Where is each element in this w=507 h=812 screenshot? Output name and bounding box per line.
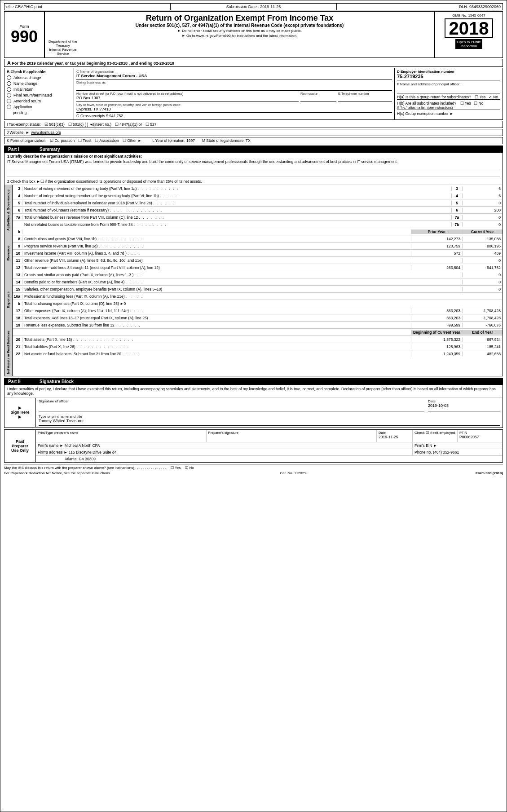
preparer-sidebar: Paid Preparer Use Only <box>4 430 36 462</box>
part1-line14: 14 Benefits paid to or for members (Part… <box>13 278 503 286</box>
officer-sig-row: Signature of officer Date 2019-10-03 <box>39 399 500 413</box>
expenses-content: 13 Grants and similar amounts paid (Part… <box>13 271 503 329</box>
preparer-row1: Print/Type preparer's name Preparer's si… <box>36 430 503 442</box>
check-amended-return: Amended return <box>7 99 71 103</box>
check-address-change: Address change <box>7 75 71 80</box>
sig-officer-label: Signature of officer <box>39 399 424 403</box>
part1-line7b: Net unrelated business taxable income fr… <box>13 221 503 228</box>
part1-line16a: 16a Professional fundraising fees (Part … <box>13 293 503 300</box>
website-row: J Website: ► www.itsmfusa.org <box>4 129 503 136</box>
city-row: City or town, state or province, country… <box>76 103 392 113</box>
preparer-row2: Firm's name ► Micheal A North CPA Firm's… <box>36 442 503 449</box>
activities-sidebar: Activities & Governance <box>4 185 13 235</box>
address-row: Number and street (or P.O. box if mail i… <box>76 92 392 102</box>
sig-date-value: 2019-10-03 <box>428 403 500 411</box>
form-990-page: efile GRAPHIC print Submission Date : 20… <box>0 0 507 812</box>
sig-name-row: Type or print name and title Tammy White… <box>39 415 500 426</box>
part1-line4: 4 Number of independent voting members o… <box>13 192 503 199</box>
part1-line1: 1 Briefly describe the organization's mi… <box>4 153 503 178</box>
city-value: Cypress, TX 77410 <box>76 107 392 113</box>
radio-amended-return[interactable] <box>7 99 11 103</box>
part1-line12: 12 Total revenue—add lines 8 through 11 … <box>13 264 503 271</box>
signature-fields: Signature of officer Date 2019-10-03 Typ… <box>36 398 503 427</box>
net-assets-header: Beginning of Current Year End of Year <box>13 329 503 336</box>
radio-final-return[interactable] <box>7 93 11 97</box>
radio-initial-return[interactable] <box>7 87 11 92</box>
expenses-sidebar: Expenses <box>4 271 13 329</box>
part1-line21: 21 Total liabilities (Part X, line 26) .… <box>13 343 503 350</box>
dln: DLN: 93493329002069 <box>337 4 503 10</box>
page-footer: May the IRS discuss this return with the… <box>4 464 503 475</box>
radio-name-change[interactable] <box>7 81 11 86</box>
preparer-header-row: Paid Preparer Use Only Print/Type prepar… <box>4 430 503 462</box>
part1-line22: 22 Net assets or fund balances. Subtract… <box>13 350 503 357</box>
principal-officer-label: F Name and address of principal officer: <box>397 82 500 86</box>
part2-header: Part II Signature Block <box>4 378 503 385</box>
preparer-section: Paid Preparer Use Only Print/Type prepar… <box>4 429 503 463</box>
address-value: PO Box 1907 <box>76 96 299 102</box>
omb-number: OMB No. 1545-0047 <box>452 13 485 18</box>
part1-line15: 15 Salaries, other compensation, employe… <box>13 286 503 293</box>
sig-officer-field[interactable] <box>39 403 424 411</box>
sig-date-label: Date <box>428 399 500 403</box>
preparer-row3: Firm's address ► 115 Biscayne Drive Suit… <box>36 449 503 456</box>
activities-content: 3 Number of voting members of the govern… <box>13 185 503 235</box>
radio-application-pending[interactable] <box>7 105 11 109</box>
part1-line19: 19 Revenue less expenses. Subtract line … <box>13 322 503 329</box>
footer-bottom: For Paperwork Reduction Act Notice, see … <box>4 471 503 475</box>
main-info-area: B Check if applicable: Address change Na… <box>4 68 503 120</box>
irs-discuss-row: May the IRS discuss this return with the… <box>4 466 503 470</box>
preparer-fields: Print/Type preparer's name Preparer's si… <box>36 430 503 462</box>
tax-year: 2018 <box>445 18 494 38</box>
check-initial-return: Initial return <box>7 87 71 92</box>
revenue-sidebar: Revenue <box>4 235 13 271</box>
org-info-section: C Name of organization IT Service Manage… <box>74 68 395 119</box>
tax-exempt-row: I Tax-exempt status: ☑ 501(c)(3) ☐ 501(c… <box>4 121 503 128</box>
section-a: A For the 2019 calendar year, or tax yea… <box>4 59 503 67</box>
form-instruction1: ► Do not enter social security numbers o… <box>48 29 431 33</box>
right-info-section: D Employer identification number 75-2719… <box>395 68 503 119</box>
dba-value <box>76 84 392 91</box>
preparer-row4: Atlanta, GA 30309 <box>36 456 503 462</box>
radio-address-change[interactable] <box>7 75 11 80</box>
principal-officer-name <box>397 87 500 93</box>
activities-section: Activities & Governance 3 Number of voti… <box>4 185 503 235</box>
check-name-change: Name change <box>7 81 71 86</box>
room-value <box>300 96 336 102</box>
part1-line2: 2 Check this box ►☐ if the organization … <box>4 178 503 185</box>
phone-value <box>338 96 392 102</box>
penalty-text: Under penalties of perjury, I declare th… <box>4 385 503 398</box>
form-title-box: Return of Organization Exempt From Incom… <box>45 12 435 57</box>
sig-name-value: Tammy Whited Treasurer <box>39 419 500 426</box>
form-right-box: OMB No. 1545-0047 2018 Open to Public In… <box>435 12 503 57</box>
part1-header: Part I Summary <box>4 146 503 153</box>
part1-line9: 9 Program service revenue (Part VIII, li… <box>13 243 503 250</box>
check-application-pending2: pending <box>7 110 71 115</box>
form-instruction2: ► Go to www.irs.gov/Form990 for instruct… <box>48 34 431 38</box>
form-title-sub: Under section 501(c), 527, or 4947(a)(1)… <box>48 23 431 28</box>
check-application-pending: Application <box>7 105 71 109</box>
hc-section: H(c) Group exemption number ► <box>397 111 500 116</box>
part1-line11: 11 Other revenue (Part VIII, column (A),… <box>13 257 503 264</box>
part-1-section: Part I Summary 1 Briefly describe the or… <box>4 146 503 376</box>
ha-section: H(a) Is this a group return for subordin… <box>397 95 500 100</box>
org-name-label: C Name of organization <box>76 70 392 74</box>
part1-line7a: 7a Total unrelated business revenue from… <box>13 214 503 221</box>
net-assets-section: Net Assets or Fund Balances Beginning of… <box>4 329 503 376</box>
submission-date: Submission Date : 2019-11-25 <box>171 4 337 10</box>
revenue-content: 8 Contributions and grants (Part VIII, l… <box>13 235 503 271</box>
part1-line16b: b Total fundraising expenses (Part IX, c… <box>13 300 503 307</box>
website-url[interactable]: www.itsmfusa.org <box>31 130 61 135</box>
part2-section: Part II Signature Block Under penalties … <box>4 378 503 428</box>
net-assets-content: Beginning of Current Year End of Year 20… <box>13 329 503 376</box>
city-label: City or town, state or province, country… <box>76 103 392 107</box>
open-to-public: Open to Public Inspection <box>455 39 482 49</box>
ein-label: D Employer identification number <box>397 70 500 74</box>
expenses-section: Expenses 13 Grants and similar amounts p… <box>4 271 503 329</box>
org-name: IT Service Management Forum - USA <box>76 74 392 79</box>
part1-line18: 18 Total expenses. Add lines 13–17 (must… <box>13 314 503 322</box>
form-header: Form 990 Return of Organization Exempt F… <box>4 11 503 58</box>
phone-label: E Telephone number <box>338 92 392 96</box>
net-assets-sidebar: Net Assets or Fund Balances <box>4 329 13 376</box>
form-org-row: K Form of organization: ☑ Corporation ☐ … <box>4 137 503 144</box>
